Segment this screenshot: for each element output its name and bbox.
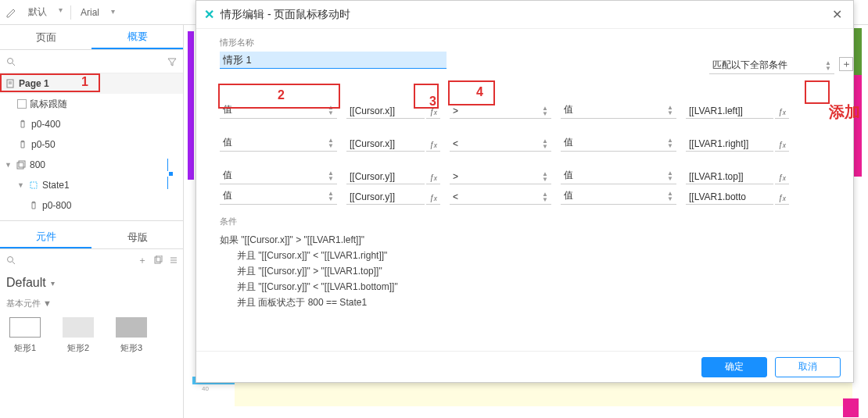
svg-rect-13 <box>155 257 160 263</box>
cond-operator-select[interactable]: <▲▼ <box>450 190 551 205</box>
shape-rect3[interactable]: 矩形3 <box>116 317 147 354</box>
cond-left-type-select[interactable]: 值▲▼ <box>220 167 337 184</box>
cond-right-type-select[interactable]: 值▲▼ <box>561 188 676 205</box>
fx-icon[interactable]: ƒx <box>775 172 789 184</box>
outline-p0-800[interactable]: p0-800 <box>0 195 183 216</box>
library-name[interactable]: Default ▾ <box>0 271 183 295</box>
fx-icon[interactable]: ƒx <box>775 139 789 152</box>
fx-icon[interactable]: ƒx <box>775 106 789 119</box>
case-name-label: 情形名称 <box>220 37 838 48</box>
cond-operator-select[interactable]: <▲▼ <box>450 137 551 152</box>
outline-item-label: 800 <box>30 159 45 170</box>
edit-shape-icon[interactable] <box>5 5 19 20</box>
add-icon[interactable]: ＋ <box>138 254 147 267</box>
disclosure-down-icon[interactable]: ▼ <box>5 161 13 169</box>
rect3-preview-icon <box>116 317 147 338</box>
outline-page1[interactable]: Page 1 1 <box>0 73 183 94</box>
widget-icon <box>17 139 28 150</box>
decor-bar <box>843 398 859 417</box>
cond-right-expr-input[interactable]: [[LVAR1.top]] <box>686 170 773 184</box>
cond-left-type-select[interactable]: 值▲▼ <box>220 188 337 205</box>
style-preset-select[interactable]: 默认 <box>25 4 64 20</box>
cond-left-expr-input[interactable]: [[Cursor.y]] <box>346 170 425 184</box>
ok-button[interactable]: 确定 <box>701 357 767 377</box>
cond-left-type-select[interactable]: 值▲▼ <box>220 134 337 152</box>
close-icon[interactable]: ✕ <box>829 7 845 22</box>
cond-operator-select[interactable]: >▲▼ <box>450 170 551 184</box>
disclosure-down-icon[interactable]: ▼ <box>17 181 25 189</box>
search-icon[interactable] <box>5 55 17 68</box>
fx-icon[interactable]: ƒx <box>426 192 440 205</box>
outline-mouse-follow[interactable]: 鼠标跟随 <box>0 94 183 114</box>
annotation-1: 1 <box>81 75 88 89</box>
cond-right-expr-input[interactable]: [[LVAR1.botto <box>686 190 773 205</box>
cond-right-expr-input[interactable]: [[LVAR1.left]] <box>686 104 773 119</box>
outline-tree: Page 1 1 鼠标跟随 p0-400 p0-50 ▼ 800 <box>0 73 183 216</box>
cond-right-type-select[interactable]: 值 ▲▼ <box>561 102 676 119</box>
condition-row: 值▲▼ [[Cursor.x]]ƒx <▲▼ 值▲▼ [[LVAR1.right… <box>220 119 838 152</box>
fx-icon[interactable]: ƒx <box>426 139 440 152</box>
outline-search-input[interactable] <box>17 55 166 69</box>
outline-item-label: p0-50 <box>31 139 56 150</box>
svg-line-1 <box>13 63 15 66</box>
add-condition-button[interactable]: ＋ <box>839 57 853 71</box>
outline-item-label: p0-400 <box>31 119 60 130</box>
copy-icon[interactable] <box>153 255 163 265</box>
svg-line-12 <box>13 262 15 264</box>
cancel-button[interactable]: 取消 <box>775 357 841 377</box>
svg-rect-8 <box>19 161 25 167</box>
cond-left-type-select[interactable]: 值 ▲▼ <box>220 102 337 119</box>
library-category[interactable]: 基本元件 ▼ <box>0 295 183 313</box>
checkbox-icon[interactable] <box>17 99 27 109</box>
svg-point-0 <box>8 58 13 63</box>
svg-rect-7 <box>17 163 23 169</box>
case-editor-dialog: ✕ 情形编辑 - 页面鼠标移动时 ✕ 情形名称 匹配以下全部条件 ▲▼ ＋ 值 … <box>195 0 854 383</box>
outline-p0-400[interactable]: p0-400 <box>0 114 183 134</box>
search-icon[interactable] <box>5 254 17 266</box>
outline-item-label: 鼠标跟随 <box>30 98 67 111</box>
outline-page1-label: Page 1 <box>19 78 49 89</box>
dialog-footer: 确定 取消 <box>196 351 853 382</box>
tab-masters[interactable]: 母版 <box>91 226 183 248</box>
outline-state1[interactable]: ▼ State1 <box>0 175 183 195</box>
svg-point-11 <box>8 257 13 263</box>
cond-left-expr-input[interactable]: [[Cursor.x]] <box>346 104 425 119</box>
cond-right-expr-input[interactable]: [[LVAR1.right]] <box>686 137 773 152</box>
menu-icon[interactable] <box>169 255 178 265</box>
condition-row: 值▲▼ [[Cursor.y]]ƒx <▲▼ 值▲▼ [[LVAR1.botto… <box>220 184 838 205</box>
outline-item-label: State1 <box>42 180 70 191</box>
fx-icon[interactable]: ƒx <box>775 192 789 205</box>
filter-icon[interactable] <box>166 55 178 68</box>
cond-right-type-select[interactable]: 值▲▼ <box>561 134 676 152</box>
page-icon <box>5 78 16 89</box>
condition-row: 值▲▼ [[Cursor.y]]ƒx >▲▼ 值▲▼ [[LVAR1.top]]… <box>220 152 838 184</box>
cond-left-expr-input[interactable]: [[Cursor.x]] <box>346 137 425 152</box>
match-mode-select[interactable]: 匹配以下全部条件 ▲▼ <box>709 57 834 74</box>
condition-row: 值 ▲▼ [[Cursor.x]] ƒx > ▲▼ 值 ▲▼ [[LVAR1.l… <box>220 86 838 119</box>
outline-p0-50[interactable]: p0-50 <box>0 134 183 155</box>
condition-summary: 条件 如果 "[[Cursor.x]]" > "[[LVAR1.left]]" … <box>220 216 838 310</box>
font-select[interactable]: Arial <box>77 5 117 20</box>
fx-icon[interactable]: ƒx <box>426 172 440 184</box>
target-icon[interactable] <box>167 159 178 170</box>
cond-left-expr-input[interactable]: [[Cursor.y]] <box>346 190 425 205</box>
fx-icon[interactable]: ƒx <box>426 106 440 119</box>
rect1-preview-icon <box>9 317 41 338</box>
cond-operator-select[interactable]: > ▲▼ <box>450 104 551 119</box>
decor-bar <box>188 31 194 180</box>
app-logo-icon: ✕ <box>204 7 214 22</box>
tab-summary[interactable]: 概要 <box>91 25 183 49</box>
tab-pages[interactable]: 页面 <box>0 25 91 49</box>
shape-rect2[interactable]: 矩形2 <box>63 317 94 354</box>
dialog-titlebar[interactable]: ✕ 情形编辑 - 页面鼠标移动时 ✕ <box>196 1 853 29</box>
tab-components[interactable]: 元件 <box>0 226 91 248</box>
outline-800[interactable]: ▼ 800 <box>0 155 183 175</box>
shape-rect1[interactable]: 矩形1 <box>9 317 41 354</box>
dynamic-panel-icon <box>16 159 27 170</box>
case-name-input[interactable] <box>220 52 447 69</box>
summary-lines: 如果 "[[Cursor.x]]" > "[[LVAR1.left]]" 并且 … <box>220 232 838 310</box>
left-tabs: 页面 概要 <box>0 25 183 50</box>
widget-icon <box>17 119 28 130</box>
chevron-down-icon: ▾ <box>51 279 55 288</box>
cond-right-type-select[interactable]: 值▲▼ <box>561 167 676 184</box>
